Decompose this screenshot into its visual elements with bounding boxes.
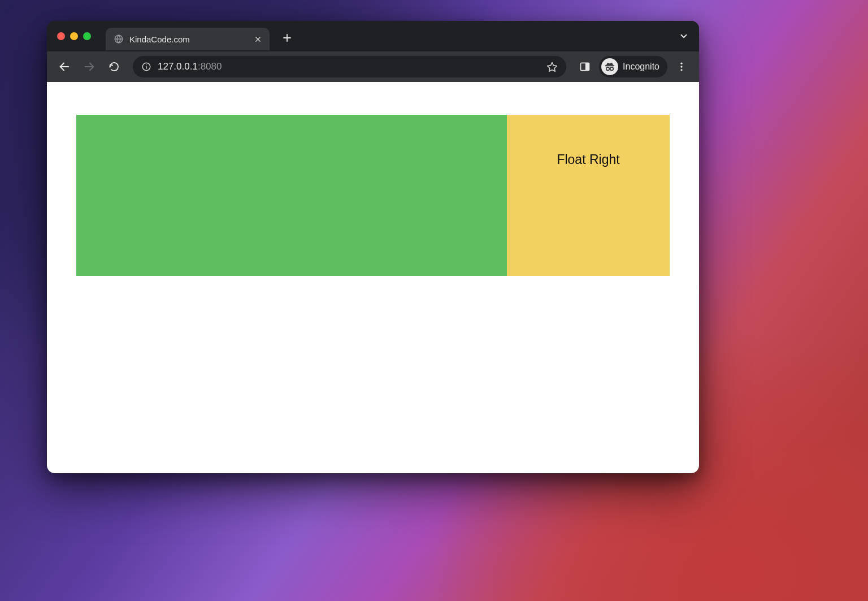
- svg-rect-14: [605, 65, 615, 66]
- traffic-lights: [57, 32, 91, 40]
- window-minimize-button[interactable]: [70, 32, 78, 40]
- back-button[interactable]: [54, 56, 75, 77]
- incognito-icon: [601, 58, 618, 75]
- close-tab-button[interactable]: [253, 34, 263, 44]
- window-maximize-button[interactable]: [83, 32, 91, 40]
- forward-button[interactable]: [79, 56, 100, 77]
- float-right-box: Float Right: [507, 115, 670, 276]
- svg-point-15: [606, 67, 610, 71]
- svg-point-17: [680, 63, 682, 64]
- globe-icon: [114, 34, 124, 44]
- site-info-icon[interactable]: [141, 61, 152, 72]
- svg-marker-10: [548, 63, 557, 72]
- svg-point-19: [680, 69, 682, 71]
- address-bar[interactable]: 127.0.0.1:8080: [133, 56, 566, 77]
- svg-point-18: [680, 66, 682, 67]
- page-content: Float Right: [47, 82, 699, 309]
- incognito-label: Incognito: [623, 62, 659, 72]
- svg-point-9: [146, 64, 147, 66]
- page-viewport: Float Right: [47, 82, 699, 473]
- browser-tab[interactable]: KindaCode.com: [106, 28, 270, 50]
- float-right-label: Float Right: [507, 152, 670, 167]
- url-text: 127.0.0.1:8080: [158, 61, 222, 72]
- window-close-button[interactable]: [57, 32, 65, 40]
- side-panel-button[interactable]: [574, 56, 596, 77]
- tab-search-button[interactable]: [675, 28, 692, 45]
- svg-point-16: [610, 67, 614, 71]
- menu-button[interactable]: [671, 56, 692, 77]
- demo-green-container: Float Right: [76, 115, 670, 276]
- new-tab-button[interactable]: [277, 28, 297, 47]
- bookmark-button[interactable]: [546, 60, 558, 73]
- incognito-indicator[interactable]: Incognito: [599, 56, 667, 77]
- browser-window: KindaCode.com: [47, 21, 699, 473]
- svg-rect-13: [586, 63, 589, 70]
- url-port: :8080: [198, 61, 222, 72]
- reload-button[interactable]: [103, 56, 125, 77]
- title-bar: KindaCode.com: [47, 21, 699, 51]
- browser-toolbar: 127.0.0.1:8080: [47, 51, 699, 82]
- url-host: 127.0.0.1: [158, 61, 198, 72]
- tab-title: KindaCode.com: [129, 34, 247, 44]
